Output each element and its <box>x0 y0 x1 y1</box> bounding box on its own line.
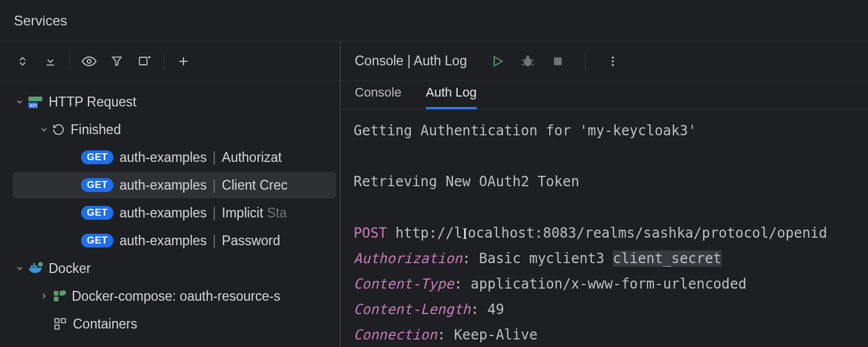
show-button[interactable] <box>76 48 102 75</box>
panel-title: Services <box>14 13 67 29</box>
log-line: Getting Authentication for 'my-keycloak3… <box>354 123 696 139</box>
separator: | <box>212 205 216 221</box>
detail-title: Console | Auth Log <box>355 53 467 69</box>
detail-tabs: Console Auth Log <box>341 81 868 110</box>
chevron-down-icon[interactable] <box>14 96 25 108</box>
detail-pane: Console | Auth Log Console Auth Log <box>341 42 868 347</box>
request-name: Password <box>222 233 280 249</box>
header-key: Content-Type <box>354 276 454 292</box>
sidebar-toolbar <box>0 42 340 81</box>
chevron-right-icon[interactable] <box>38 290 50 302</box>
request-name: Implicit <box>222 205 263 221</box>
chevron-down-icon[interactable] <box>38 124 50 135</box>
request-file: auth-examples <box>119 205 207 221</box>
svg-rect-21 <box>55 325 59 329</box>
containers-icon <box>53 317 67 331</box>
header-value: Keep-Alive <box>454 327 538 343</box>
request-file: auth-examples <box>119 150 207 165</box>
run-button[interactable] <box>489 53 506 70</box>
request-name: Authorizat <box>222 150 282 165</box>
http-url: ocalhost:8083/realms/sashka/protocol/ope… <box>468 225 827 241</box>
tab-auth-log[interactable]: Auth Log <box>426 85 477 109</box>
svg-point-30 <box>612 60 614 62</box>
http-method: POST <box>354 225 387 241</box>
more-button[interactable] <box>604 53 621 70</box>
svg-rect-19 <box>55 319 59 323</box>
svg-point-18 <box>61 290 66 295</box>
separator: | <box>212 233 216 249</box>
tree-node-docker-compose[interactable]: Docker-compose: oauth-resource-s <box>0 282 340 310</box>
http-method-badge: GET <box>81 150 113 164</box>
svg-line-27 <box>531 64 533 65</box>
svg-rect-11 <box>33 265 35 268</box>
request-file: auth-examples <box>119 178 207 193</box>
services-tree[interactable]: API HTTP Request Finished GET auth-examp… <box>0 81 340 347</box>
separator <box>164 53 164 70</box>
svg-rect-28 <box>554 57 561 65</box>
http-url: http://l <box>395 225 462 241</box>
tree-node-http-request[interactable]: API HTTP Request <box>0 88 340 116</box>
auth-log-output[interactable]: Getting Authentication for 'my-keycloak3… <box>341 110 868 347</box>
tree-node-containers[interactable]: Containers <box>0 310 340 338</box>
separator: | <box>212 178 216 193</box>
chevron-down-icon[interactable] <box>14 263 25 274</box>
header-value: 49 <box>487 301 504 318</box>
header-value-highlighted: client_secret <box>613 250 722 267</box>
header-key: Content-Length <box>354 301 470 318</box>
svg-marker-22 <box>494 57 502 66</box>
add-service-button[interactable] <box>170 48 197 75</box>
debug-button[interactable] <box>519 53 536 70</box>
request-file: auth-examples <box>119 233 207 249</box>
request-row[interactable]: GET auth-examples | Password <box>0 227 340 254</box>
tab-console[interactable]: Console <box>355 85 402 109</box>
svg-point-31 <box>612 64 614 66</box>
svg-rect-12 <box>35 265 38 268</box>
header-value: Basic myclient3 <box>479 250 613 267</box>
api-icon: API <box>28 94 43 109</box>
stop-button[interactable] <box>549 53 567 70</box>
svg-text:API: API <box>30 103 37 108</box>
request-row[interactable]: GET auth-examples | Client Crec <box>0 171 340 199</box>
text-cursor-icon: I <box>462 221 468 246</box>
svg-line-24 <box>522 60 524 60</box>
header-key: Authorization <box>354 250 462 267</box>
http-method-badge: GET <box>81 206 113 220</box>
header-value: application/x-www-form-urlencoded <box>470 276 746 292</box>
http-method-badge: GET <box>81 234 113 248</box>
svg-point-29 <box>612 56 614 58</box>
separator: | <box>212 150 216 165</box>
http-method-badge: GET <box>81 178 113 192</box>
tree-label: Docker-compose: oauth-resource-s <box>72 289 280 304</box>
separator <box>69 53 70 70</box>
svg-line-26 <box>522 64 524 65</box>
compose-icon <box>52 289 66 303</box>
services-sidebar: API HTTP Request Finished GET auth-examp… <box>0 42 341 347</box>
svg-rect-10 <box>31 265 33 268</box>
svg-rect-15 <box>54 291 58 296</box>
tree-node-docker[interactable]: Docker <box>0 254 340 282</box>
collapse-all-button[interactable] <box>37 48 64 75</box>
svg-point-1 <box>87 59 91 63</box>
view-mode-button[interactable] <box>131 48 158 75</box>
rerun-icon <box>52 123 65 136</box>
panel-header: Services <box>0 0 868 42</box>
request-name: Client Crec <box>222 178 288 193</box>
svg-line-25 <box>531 60 533 60</box>
svg-rect-13 <box>33 263 35 265</box>
svg-point-14 <box>38 262 43 267</box>
request-row[interactable]: GET auth-examples | Authorizat <box>0 143 340 171</box>
tree-node-finished[interactable]: Finished <box>0 116 340 143</box>
detail-toolbar: Console | Auth Log <box>341 42 868 81</box>
svg-rect-2 <box>139 57 147 65</box>
docker-icon <box>28 261 43 276</box>
filter-button[interactable] <box>104 48 130 75</box>
expand-all-button[interactable] <box>9 48 36 75</box>
svg-rect-20 <box>61 319 65 323</box>
svg-rect-7 <box>28 97 42 101</box>
log-line: Retrieving New OAuth2 Token <box>354 174 579 190</box>
tree-label: Finished <box>71 122 121 138</box>
tree-label: HTTP Request <box>49 94 137 110</box>
separator <box>585 53 586 70</box>
tree-label: Containers <box>73 316 137 332</box>
request-row[interactable]: GET auth-examples | Implicit Sta <box>0 199 340 227</box>
